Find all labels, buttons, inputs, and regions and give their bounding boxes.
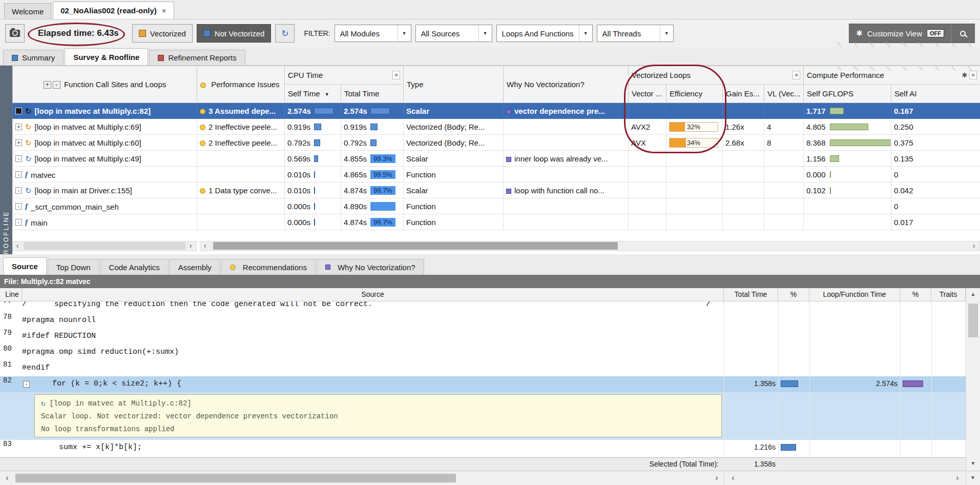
expand-columns-icon[interactable]: » [793, 71, 800, 79]
tab-assembly[interactable]: Assembly [170, 259, 220, 275]
cell-function[interactable]: +↻[loop in matvec at Multiply.c:60] [13, 135, 197, 151]
scroll-right-button[interactable]: › [951, 472, 964, 484]
tab-source[interactable]: Source [3, 257, 47, 275]
scroll-right-button[interactable]: › [185, 241, 196, 251]
close-icon[interactable]: × [162, 6, 166, 15]
column-header-vector[interactable]: Vector ... [629, 85, 666, 103]
source-line[interactable]: 83 sumx += x[k]*b[k];1.216s [0, 440, 980, 457]
table-row[interactable]: -f_scrt_common_main_seh0.000s4.890sFunct… [13, 198, 980, 214]
cell-performance-issues[interactable] [197, 198, 285, 214]
column-header-ai[interactable]: Self AI [891, 85, 980, 103]
search-button[interactable] [951, 24, 974, 43]
expand-columns-icon[interactable]: » [969, 71, 977, 79]
scroll-left-button[interactable]: ‹ [12, 241, 23, 251]
scroll-left-button[interactable]: ‹ [200, 241, 210, 251]
scroll-down-button[interactable]: ▼ [967, 472, 979, 484]
cell-function[interactable]: -↻[loop in matvec at Multiply.c:49] [13, 151, 197, 167]
expand-all-button[interactable]: + [44, 81, 51, 89]
tab-welcome[interactable]: Welcome [4, 3, 51, 19]
gear-icon[interactable]: ✱ [962, 71, 967, 79]
grid-horizontal-scrollbar[interactable]: ‹ › ‹ › [12, 241, 980, 251]
window-bottom-scrollbar[interactable]: ‹ › ‹ › ▼ [0, 471, 980, 485]
table-row[interactable]: -↻[loop in main at Driver.c:155]1 Data t… [13, 183, 980, 198]
column-header-total-time[interactable]: Total Time [341, 85, 404, 103]
tab-refinement-reports[interactable]: Refinement Reports [149, 50, 245, 65]
scroll-down-button[interactable]: ▼ [966, 457, 980, 471]
cell-performance-issues[interactable]: 1 Data type conve... [197, 183, 285, 198]
expand-columns-icon[interactable]: » [392, 71, 400, 79]
expander-icon[interactable]: - [15, 171, 22, 178]
expander-icon[interactable]: - [15, 219, 22, 226]
table-row[interactable]: +↻[loop in matvec at Multiply.c:69]2 Ine… [13, 119, 980, 135]
table-row[interactable]: -↻[loop in matvec at Multiply.c:49]0.569… [13, 151, 980, 167]
modules-dropdown[interactable]: All Modules ▼ [335, 25, 411, 42]
cell-performance-issues[interactable] [197, 167, 285, 183]
source-vertical-scrollbar[interactable]: ▲ ▼ [966, 288, 980, 471]
scrollbar-thumb[interactable] [15, 474, 456, 482]
scroll-up-button[interactable]: ▲ [966, 288, 980, 301]
column-header-type[interactable]: Type [404, 66, 504, 103]
collapse-icon[interactable]: - [23, 381, 30, 388]
scrollbar-thumb[interactable] [968, 304, 978, 337]
snapshot-button[interactable] [5, 24, 25, 43]
column-header-gflops[interactable]: Self GFLOPS [804, 85, 891, 103]
scroll-right-button[interactable]: › [711, 472, 723, 484]
scroll-left-button[interactable]: ‹ [727, 472, 739, 484]
scroll-left-button[interactable]: ‹ [1, 472, 13, 484]
scrollbar-thumb[interactable] [213, 242, 618, 250]
table-row[interactable]: -fmain0.000s4.874s99.7%Function0.017 [13, 214, 980, 230]
column-header-why[interactable]: Why No Vectorization? [504, 66, 629, 103]
column-group-vectorized-loops[interactable]: » Vectorized Loops [629, 66, 804, 85]
cell-performance-issues[interactable] [197, 214, 285, 230]
tab-summary[interactable]: Summary [3, 50, 64, 65]
tab-recommendations[interactable]: Recommendations [221, 259, 316, 275]
expander-icon[interactable]: - [15, 187, 22, 194]
column-header-gain[interactable]: Gain Es... [723, 85, 764, 103]
cell-performance-issues[interactable]: 3 Assumed depe... [197, 103, 285, 119]
expander-icon[interactable]: - [15, 155, 22, 162]
tab-result[interactable]: 02_NoAlias002 (read-only) × [53, 2, 174, 19]
expander-icon[interactable]: + [15, 139, 22, 146]
cell-performance-issues[interactable] [197, 151, 285, 167]
cell-function[interactable]: +↻[loop in matvec at Multiply.c:69] [13, 119, 197, 135]
collapse-all-button[interactable]: - [53, 81, 60, 89]
tab-survey-roofline[interactable]: Survey & Roofline [65, 48, 148, 65]
source-line[interactable]: 77/ specifying the reduction then the co… [0, 301, 980, 313]
source-line[interactable]: 79#ifdef REDUCTION [0, 329, 980, 345]
column-header-issues[interactable]: Performance Issues [197, 66, 285, 103]
scroll-right-button[interactable]: › [969, 241, 979, 251]
column-header-vl[interactable]: VL (Vec... [764, 85, 804, 103]
cell-function[interactable]: -fmatvec [13, 167, 197, 183]
cell-function[interactable]: -↻[loop in main at Driver.c:155] [13, 183, 197, 198]
clear-filters-button[interactable]: ↻ [275, 24, 295, 43]
column-header-efficiency[interactable]: Efficiency [666, 85, 723, 103]
column-group-compute-performance[interactable]: » ✱ Compute Performance [804, 66, 980, 85]
cell-function[interactable]: -f_scrt_common_main_seh [13, 198, 197, 214]
expander-icon[interactable]: - [15, 203, 22, 210]
source-line[interactable]: 78#pragma nounroll [0, 313, 980, 329]
table-row[interactable]: ↻[loop in matvec at Multiply.c:82]3 Assu… [13, 103, 980, 119]
loops-functions-dropdown[interactable]: Loops And Functions ▼ [496, 25, 593, 42]
scrollbar-thumb[interactable] [24, 242, 185, 250]
expander-icon[interactable] [15, 108, 22, 114]
toggle-off-badge[interactable]: OFF [927, 29, 944, 37]
threads-dropdown[interactable]: All Threads ▼ [597, 25, 674, 42]
roofline-sidebar[interactable]: ROOFLINE [0, 66, 12, 254]
source-line[interactable]: 80#pragma omp simd reduction(+:sumx) [0, 345, 980, 360]
table-row[interactable]: +↻[loop in matvec at Multiply.c:60]2 Ine… [13, 135, 980, 151]
cell-function[interactable]: ↻[loop in matvec at Multiply.c:82] [13, 103, 197, 119]
cell-performance-issues[interactable]: 2 Ineffective peele... [197, 135, 285, 151]
tab-code-analytics[interactable]: Code Analytics [100, 259, 169, 275]
source-line[interactable]: 82- for (k = 0;k < size2; k++) {1.358s2.… [0, 376, 980, 392]
table-row[interactable]: -fmatvec0.010s4.865s99.5%Function0.0000 [13, 167, 980, 183]
expander-icon[interactable]: + [15, 124, 22, 130]
customize-view-button[interactable]: ✱ Customize View OFF [849, 24, 951, 43]
column-group-cpu-time[interactable]: » CPU Time [285, 66, 404, 85]
source-line[interactable]: 81#endif [0, 360, 980, 376]
sources-dropdown[interactable]: All Sources ▼ [415, 25, 492, 42]
vectorized-filter-button[interactable]: Vectorized [132, 24, 193, 43]
column-header-function[interactable]: +- Function Call Sites and Loops [13, 66, 197, 103]
tab-why-no-vectorization[interactable]: Why No Vectorization? [317, 259, 424, 275]
tab-top-down[interactable]: Top Down [48, 259, 99, 275]
column-header-self-time[interactable]: Self Time ▼ [285, 85, 341, 103]
